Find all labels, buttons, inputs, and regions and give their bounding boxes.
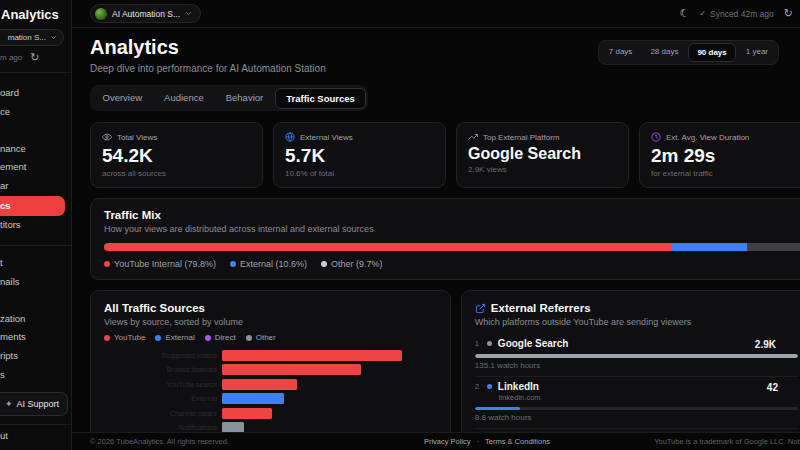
sidebar-channel-selector[interactable]: mation S... — [0, 29, 64, 46]
sidebar-item-unlabeled[interactable] — [0, 121, 65, 140]
legend-label: Direct — [215, 333, 236, 342]
kpi-subtext: across all sources — [102, 169, 251, 178]
bar-label: External — [104, 395, 222, 402]
sidebar-item-thumbnails[interactable]: nails — [0, 273, 65, 292]
tab-traffic-sources-active[interactable]: Traffic Sources — [275, 88, 366, 109]
sidebar-item-calendar[interactable]: ar — [0, 177, 65, 196]
bar-label: YouTube search — [104, 381, 222, 388]
sidebar-section-divider — [0, 245, 71, 246]
kpi-total-views: Total Views 54.2K across all sources — [90, 122, 263, 188]
sidebar-item-unlabeled-2[interactable] — [0, 291, 65, 310]
mix-segment-other — [747, 243, 800, 251]
tab-audience[interactable]: Audience — [154, 88, 214, 109]
bottom-row: All Traffic Sources Views by source, sor… — [90, 290, 800, 450]
footer-separator: · — [477, 437, 480, 446]
channel-avatar — [95, 8, 107, 20]
traffic-mix-title: Traffic Mix — [104, 209, 800, 221]
kpi-value: Google Search — [468, 145, 617, 163]
sidebar-item-audience[interactable]: ce — [0, 103, 65, 122]
kpi-value: 2m 29s — [651, 145, 800, 167]
legend-dot — [104, 261, 110, 267]
sidebar-item-finance[interactable]: nance — [0, 140, 65, 159]
referrer-bar-track — [475, 407, 798, 411]
range-28-days-button[interactable]: 28 days — [642, 43, 686, 62]
legend-youtube: YouTube — [104, 333, 145, 342]
app-logo: Analytics — [1, 7, 59, 22]
sidebar-item-optimization[interactable]: zation — [0, 310, 65, 329]
sidebar-item-ideas[interactable]: s — [0, 366, 65, 385]
kpi-value: 5.7K — [285, 145, 434, 167]
sidebar-item-dashboard[interactable]: oard — [0, 84, 65, 103]
sidebar-sync-label: m ago — [0, 53, 22, 62]
legend-label: Other — [256, 333, 276, 342]
referrer-row-google-search[interactable]: 1 Google Search 2.9K 135.1 watch hours — [475, 334, 798, 376]
bar — [222, 350, 402, 361]
bar-row: External — [104, 393, 437, 406]
ai-support-button[interactable]: ✦ AI Support — [0, 392, 68, 416]
refresh-icon[interactable]: ↻ — [30, 51, 39, 64]
sidebar-divider — [0, 72, 71, 73]
range-1-year-button[interactable]: 1 year — [738, 43, 776, 62]
bar — [222, 364, 361, 375]
sidebar-item-comments[interactable]: ments — [0, 328, 65, 347]
topbar: AI Automation S... ☾ ✓ Synced 42m ago ↻ — [72, 0, 800, 28]
sidebar-item-content[interactable]: t — [0, 254, 65, 273]
sidebar-item-logout[interactable]: ut — [0, 430, 8, 441]
sparkle-icon: ✦ — [5, 399, 13, 409]
tab-overview[interactable]: Overview — [93, 88, 153, 109]
sidebar: Analytics mation S... m ago ↻ oard ce na… — [0, 0, 72, 450]
range-90-days-button-active[interactable]: 90 days — [688, 43, 735, 62]
page-content: Analytics Deep dive into performance for… — [72, 28, 800, 450]
page-header: Analytics Deep dive into performance for… — [90, 36, 800, 74]
legend-direct: Direct — [205, 333, 236, 342]
range-7-days-button[interactable]: 7 days — [601, 43, 641, 62]
bar-label: Browse features — [104, 366, 222, 373]
traffic-mix-stacked-bar — [104, 243, 800, 251]
external-referrers-subtitle: Which platforms outside YouTube are send… — [475, 317, 798, 327]
page-subtitle: Deep dive into performance for AI Automa… — [90, 63, 326, 74]
sidebar-nav-bottom: t nails zation ments ripts s — [0, 254, 65, 384]
kpi-row: Total Views 54.2K across all sources Ext… — [90, 122, 800, 188]
sidebar-nav-top: oard ce nance ement ar cs titors — [0, 84, 65, 234]
main-area: AI Automation S... ☾ ✓ Synced 42m ago ↻ … — [72, 0, 800, 450]
sidebar-sync-status: m ago ↻ — [0, 51, 39, 64]
referrer-rank: 2 — [475, 382, 481, 391]
tab-behavior[interactable]: Behavior — [216, 88, 274, 109]
referrer-bar-fill — [475, 354, 798, 358]
terms-conditions-link[interactable]: Terms & Conditions — [485, 437, 550, 446]
bar-label: Suggested videos — [104, 352, 222, 359]
sidebar-item-engagement[interactable]: ement — [0, 158, 65, 177]
sidebar-item-competitors[interactable]: titors — [0, 216, 65, 235]
privacy-policy-link[interactable]: Privacy Policy — [424, 437, 471, 446]
all-traffic-sources-card: All Traffic Sources Views by source, sor… — [90, 290, 451, 450]
referrer-domain: linkedin.com — [499, 393, 798, 402]
kpi-ext-avg-view-duration: Ext. Avg. View Duration 2m 29s for exter… — [639, 122, 800, 188]
legend-other: Other — [246, 333, 276, 342]
sidebar-footer-divider — [0, 424, 71, 425]
sync-status: ✓ Synced 42m ago — [699, 9, 774, 19]
legend-label: YouTube Internal (79.8%) — [114, 259, 216, 269]
dark-mode-toggle-moon-icon[interactable]: ☾ — [679, 7, 689, 20]
channel-selector-dropdown[interactable]: AI Automation S... — [90, 4, 201, 23]
legend-external: External — [155, 333, 194, 342]
referrer-row-linkedin[interactable]: 2 LinkedIn 42 linkedin.com 8.8 watch hou… — [475, 376, 798, 429]
referrer-rank: 1 — [475, 339, 481, 348]
external-referrers-title: External Referrers — [491, 302, 591, 314]
bar-label: Channel pages — [104, 410, 222, 417]
time-range-selector: 7 days 28 days 90 days 1 year — [598, 40, 779, 65]
kpi-label: Ext. Avg. View Duration — [666, 133, 749, 142]
legend-label: External — [165, 333, 194, 342]
app-window: Analytics mation S... m ago ↻ oard ce na… — [0, 0, 800, 450]
globe-icon — [285, 132, 295, 142]
refresh-icon[interactable]: ↻ — [784, 7, 793, 20]
all-traffic-sources-title: All Traffic Sources — [104, 302, 437, 314]
referrer-dot — [487, 384, 492, 389]
sidebar-item-analytics-active[interactable]: cs — [0, 196, 65, 216]
chevron-down-icon — [50, 34, 57, 41]
check-icon: ✓ — [699, 9, 706, 18]
topbar-actions: ☾ ✓ Synced 42m ago ↻ — [679, 7, 793, 20]
kpi-subtext: 10.6% of total — [285, 169, 434, 178]
referrer-watch-hours: 8.8 watch hours — [475, 413, 798, 422]
bar-row: YouTube search — [104, 378, 437, 391]
sidebar-item-scripts[interactable]: ripts — [0, 347, 65, 366]
